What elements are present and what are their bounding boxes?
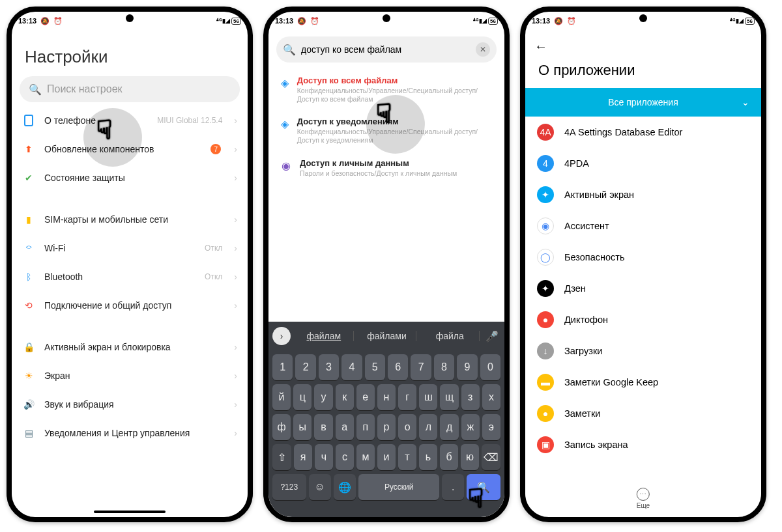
key-ь[interactable]: ь xyxy=(419,444,437,470)
app-filter-dropdown[interactable]: Все приложения ⌄ xyxy=(525,88,761,117)
key-и[interactable]: и xyxy=(377,444,396,470)
key-а[interactable]: а xyxy=(336,414,354,440)
app-row[interactable]: ✦Дзен xyxy=(525,273,761,304)
search-input[interactable]: 🔍 ✕ xyxy=(276,36,497,63)
share-icon: ⟲ xyxy=(22,299,35,312)
more-button[interactable]: ⋯ Еще xyxy=(637,488,650,509)
key-1[interactable]: 1 xyxy=(272,354,293,380)
row-display[interactable]: ☀ Экран › xyxy=(12,361,248,390)
key-ш[interactable]: ш xyxy=(419,384,437,410)
backspace-key[interactable]: ⌫ xyxy=(482,444,500,470)
key-к[interactable]: к xyxy=(336,384,354,410)
key-3[interactable]: 3 xyxy=(319,354,339,380)
key-2[interactable]: 2 xyxy=(295,354,315,380)
row-bluetooth[interactable]: ᛒ Bluetooth Откл › xyxy=(12,262,248,291)
phone-about-app: 13:13 🔕 ⏰ ⁴ᴳ ▮◢ 56 ← О приложении Все пр… xyxy=(520,7,766,522)
app-row[interactable]: ●Диктофон xyxy=(525,304,761,335)
search-input[interactable]: 🔍 Поиск настроек xyxy=(20,76,240,102)
key-д[interactable]: д xyxy=(440,414,458,440)
app-row[interactable]: ↓Загрузки xyxy=(525,335,761,367)
key-ж[interactable]: ж xyxy=(461,414,480,440)
key-4[interactable]: 4 xyxy=(341,354,362,380)
chevron-down-icon: ⌄ xyxy=(742,97,749,107)
key-й[interactable]: й xyxy=(272,384,291,410)
key-э[interactable]: э xyxy=(482,414,500,440)
app-row[interactable]: ✦Активный экран xyxy=(525,179,761,210)
key-в[interactable]: в xyxy=(314,414,332,440)
clear-icon[interactable]: ✕ xyxy=(476,42,490,57)
app-icon: ▬ xyxy=(537,374,554,391)
key-т[interactable]: т xyxy=(398,444,416,470)
app-row[interactable]: ◯Безопасность xyxy=(525,242,761,273)
search-field[interactable] xyxy=(301,44,471,55)
row-sound[interactable]: 🔊 Звук и вибрация › xyxy=(12,390,248,419)
key-я[interactable]: я xyxy=(294,444,312,470)
key-ч[interactable]: ч xyxy=(315,444,333,470)
app-name: 4A Settings Database Editor xyxy=(564,127,682,137)
key-9[interactable]: 9 xyxy=(457,354,477,380)
key-с[interactable]: с xyxy=(336,444,354,470)
expand-icon[interactable]: › xyxy=(272,327,291,345)
app-name: Активный экран xyxy=(564,189,634,200)
row-wifi[interactable]: ⌔ Wi-Fi Откл › xyxy=(12,234,248,262)
key-х[interactable]: х xyxy=(482,384,500,410)
key-н[interactable]: н xyxy=(377,384,396,410)
shift-key[interactable]: ⇧ xyxy=(272,444,291,470)
key-г[interactable]: г xyxy=(398,384,416,410)
key-ц[interactable]: ц xyxy=(293,384,311,410)
key-ю[interactable]: ю xyxy=(461,444,479,470)
shield-icon: ◈ xyxy=(280,117,289,145)
row-components-update[interactable]: ⬆ Обновление компонентов 7 › xyxy=(12,135,248,163)
signal-icon: ⁴ᴳ ▮◢ xyxy=(216,18,229,24)
back-icon[interactable]: ← xyxy=(534,39,547,54)
globe-key[interactable]: 🌐 xyxy=(334,474,356,500)
key-р[interactable]: р xyxy=(377,414,396,440)
key-п[interactable]: п xyxy=(356,414,375,440)
app-row[interactable]: ●Заметки xyxy=(525,398,761,429)
dot-key[interactable]: . xyxy=(442,474,464,500)
space-key[interactable]: Русский xyxy=(358,474,439,500)
row-sim[interactable]: ▮ SIM-карты и мобильные сети › xyxy=(12,205,248,234)
result-all-files-access[interactable]: ◈ Доступ ко всем файлам Конфиденциальнос… xyxy=(268,69,504,110)
result-personal-data[interactable]: ◉ Доступ к личным данным Пароли и безопа… xyxy=(268,152,504,184)
key-7[interactable]: 7 xyxy=(411,354,431,380)
app-row[interactable]: 4A4A Settings Database Editor xyxy=(525,117,761,148)
key-о[interactable]: о xyxy=(398,414,416,440)
emoji-key[interactable]: ☺ xyxy=(309,474,331,500)
key-5[interactable]: 5 xyxy=(365,354,385,380)
sug-1[interactable]: файлам xyxy=(295,331,354,341)
key-6[interactable]: 6 xyxy=(388,354,408,380)
row-about-phone[interactable]: О телефоне MIUI Global 12.5.4 › xyxy=(12,106,248,135)
search-key[interactable]: 🔍 xyxy=(467,474,500,500)
key-щ[interactable]: щ xyxy=(440,384,458,410)
result-notification-access[interactable]: ◈ Доступ к уведомлениям Конфиденциальнос… xyxy=(268,110,504,151)
key-з[interactable]: з xyxy=(461,384,480,410)
home-indicator[interactable] xyxy=(94,511,166,513)
key-ф[interactable]: ф xyxy=(272,414,291,440)
key-8[interactable]: 8 xyxy=(434,354,454,380)
sug-3[interactable]: файла xyxy=(420,331,480,341)
app-row[interactable]: ▬Заметки Google Keep xyxy=(525,367,761,398)
numbers-key[interactable]: ?123 xyxy=(272,474,306,500)
key-л[interactable]: л xyxy=(419,414,437,440)
row-sharing[interactable]: ⟲ Подключение и общий доступ › xyxy=(12,291,248,320)
sug-2[interactable]: файлами xyxy=(358,331,417,341)
app-row[interactable]: ▣Запись экрана xyxy=(525,429,761,460)
key-у[interactable]: у xyxy=(314,384,332,410)
key-е[interactable]: е xyxy=(356,384,375,410)
alarm-icon: ⏰ xyxy=(567,17,576,25)
row-notifications[interactable]: ▤ Уведомления и Центр управления › xyxy=(12,419,248,447)
app-row[interactable]: ◉Ассистент xyxy=(525,210,761,242)
key-0[interactable]: 0 xyxy=(480,354,500,380)
app-icon: ✦ xyxy=(537,186,554,203)
key-б[interactable]: б xyxy=(440,444,458,470)
battery-icon: 56 xyxy=(231,18,241,25)
bluetooth-icon: ᛒ xyxy=(22,270,35,283)
row-security-status[interactable]: ✔ Состояние защиты › xyxy=(12,163,248,192)
key-ы[interactable]: ы xyxy=(293,414,311,440)
mic-icon[interactable]: 🎤 xyxy=(484,330,500,343)
app-icon: 4A xyxy=(537,124,554,141)
row-lockscreen[interactable]: 🔒 Активный экран и блокировка › xyxy=(12,333,248,361)
key-м[interactable]: м xyxy=(356,444,375,470)
app-row[interactable]: 44PDA xyxy=(525,148,761,179)
